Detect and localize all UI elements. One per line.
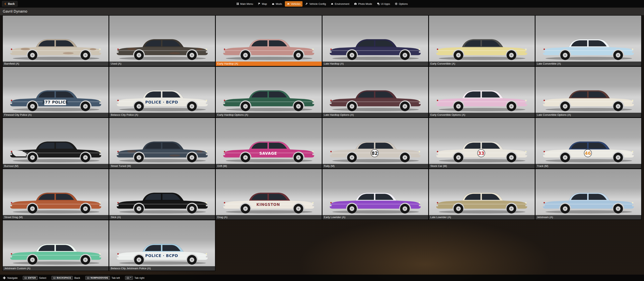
keyboard-icon [53, 276, 56, 279]
vehicle-label: Street Drag (M) [3, 215, 108, 220]
vehicle-preview [322, 67, 428, 117]
vehicle-preview [536, 169, 641, 220]
vehicle-card[interactable]: 377 POLICEFirwood City Police (A) [2, 66, 109, 118]
vehicle-preview [322, 16, 428, 66]
nav-item-label: Map [262, 2, 267, 6]
mods-icon [272, 2, 274, 5]
vehicle-preview [429, 169, 535, 220]
nav-item-label: Photo Mode [358, 2, 372, 6]
vehicle-label: Barnfield (A) [3, 62, 108, 66]
vehicle-card[interactable]: Early Hardtop Options (A) [216, 66, 322, 118]
vehicle-card[interactable]: Late Hardtop Options (A) [322, 66, 428, 118]
vehicle-preview [3, 118, 108, 168]
vehicle-preview [3, 169, 108, 220]
environment-icon [331, 2, 334, 5]
nav-item-label: UI Apps [381, 2, 390, 6]
nav-item-vehicle-config[interactable]: Vehicle Config [303, 1, 328, 6]
vehicle-card[interactable]: POLICE · BCPDBelasco City Police (A) [109, 66, 216, 118]
vehicle-preview: POLICE · BCPD [109, 67, 215, 117]
dpad-icon [3, 276, 6, 280]
hint-label: Navigate [8, 276, 18, 280]
vehicle-label: Firwood City Police (A) [3, 113, 108, 117]
vehicle-preview [3, 16, 108, 66]
controls-hint-bar: NavigateENTERSelectBACKSPACEBackNUMPADDI… [0, 274, 644, 281]
vehicle-card[interactable]: Late Convertible Options (A) [535, 66, 642, 118]
svg-text:82: 82 [372, 150, 378, 156]
vehicle-label: Early Hardtop (A) [216, 62, 322, 66]
vehicle-card[interactable]: 46Track (M) [535, 118, 642, 169]
vehicle-label: Belasco City Police (A) [109, 113, 215, 117]
nav-item-main-menu[interactable]: Main Menu [234, 1, 255, 6]
nav-item-environment[interactable]: Environment [329, 1, 351, 6]
main-menu-icon [236, 2, 239, 5]
map-icon [258, 2, 261, 5]
vehicle-card[interactable]: Street Tuned (M) [109, 118, 216, 169]
vehicle-card[interactable]: Barnfield (A) [2, 15, 109, 66]
vehicle-preview: KINGSTON [216, 169, 322, 220]
vehicle-preview [216, 67, 322, 117]
vehicle-card[interactable]: Slick (A) [109, 169, 216, 220]
vehicle-card[interactable]: Street Drag (M) [2, 169, 109, 220]
vehicle-preview [109, 16, 215, 66]
svg-text:POLICE · BCPD: POLICE · BCPD [145, 100, 178, 104]
vehicles-icon [287, 2, 290, 5]
vehicle-card[interactable]: Used (A) [109, 15, 216, 66]
vehicle-preview [536, 67, 641, 117]
back-button[interactable]: Back [2, 1, 18, 6]
vehicle-card[interactable]: 33Stock Car (M) [428, 118, 535, 169]
nav-item-label: Environment [335, 2, 349, 6]
vehicle-card[interactable]: Early Hardtop (A) [216, 15, 322, 66]
vehicle-preview [109, 169, 215, 220]
nav-item-photo-mode[interactable]: Photo Mode [352, 1, 374, 6]
vehicle-preview: POLICE · BCPD [109, 220, 215, 270]
vehicle-label: Jetstream (A) [536, 215, 641, 220]
hint-tab-left: NUMPADDIVIDETab left [85, 276, 120, 280]
vehicle-label: Drag (A) [216, 215, 322, 220]
vehicle-card[interactable]: Burnout (M) [2, 118, 109, 169]
vehicle-label: Jetstream Custom (A) [3, 266, 108, 270]
vehicle-card[interactable]: Late Lowrider (A) [428, 169, 535, 220]
vehicle-card[interactable]: Jetstream Custom (A) [2, 220, 109, 271]
vehicle-card[interactable]: Jetstream (A) [535, 169, 642, 220]
vehicle-label: Late Lowrider (A) [429, 215, 535, 220]
vehicle-config-icon [305, 2, 308, 5]
key-badge: BACKSPACE [52, 276, 73, 280]
vehicle-card[interactable]: Early Convertible (A) [428, 15, 535, 66]
vehicle-card[interactable]: Early Lowrider (A) [322, 169, 428, 220]
nav-item-label: Vehicle Config [309, 2, 326, 6]
nav-item-ui-apps[interactable]: UI Apps [375, 1, 392, 6]
vehicle-preview [536, 16, 641, 66]
vehicle-label: Rally (M) [322, 164, 428, 168]
vehicle-preview [3, 220, 108, 270]
vehicle-label: Street Tuned (M) [109, 164, 215, 168]
vehicle-card[interactable]: Late Hardtop (A) [322, 15, 428, 66]
vehicle-preview: SAVAGE [216, 118, 322, 168]
vehicle-label: Slick (A) [109, 215, 215, 220]
nav-item-map[interactable]: Map [256, 1, 269, 6]
hint-select: ENTERSelect [23, 276, 46, 280]
vehicle-label: Drift (M) [216, 164, 322, 168]
keyboard-icon [127, 276, 129, 279]
keyboard-icon [87, 276, 90, 279]
nav-item-mods[interactable]: Mods [270, 1, 284, 6]
vehicle-card[interactable]: Early Convertible Options (A) [428, 66, 535, 118]
hint-label: Select [39, 276, 46, 280]
vehicle-label: Late Convertible Options (A) [536, 113, 641, 117]
vehicle-card[interactable]: KINGSTONDrag (A) [216, 169, 322, 220]
svg-text:377 POLICE: 377 POLICE [42, 100, 68, 104]
nav-item-vehicles[interactable]: Vehicles [285, 1, 302, 6]
vehicle-card[interactable]: Late Convertible (A) [535, 15, 642, 66]
page-title: Gavril Dynamo [3, 10, 27, 14]
vehicle-label: Late Convertible (A) [536, 62, 641, 66]
vehicle-label: Early Convertible Options (A) [429, 113, 535, 117]
hint-label: Tab left [112, 276, 120, 280]
vehicle-card[interactable]: SAVAGEDrift (M) [216, 118, 322, 169]
vehicle-card[interactable]: 82Rally (M) [322, 118, 428, 169]
title-bar: Gavril Dynamo [0, 8, 644, 15]
vehicle-label: Stock Car (M) [429, 164, 535, 168]
svg-text:KINGSTON: KINGSTON [256, 202, 280, 206]
vehicle-card[interactable]: POLICE · BCPDBelasco City Jetstream Poli… [109, 220, 216, 271]
back-button-label: Back [8, 2, 14, 6]
nav-item-label: Main Menu [240, 2, 253, 6]
nav-item-options[interactable]: Options [393, 1, 410, 6]
